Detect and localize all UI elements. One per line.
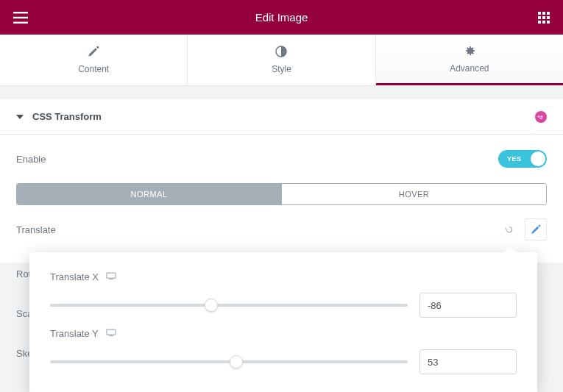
translate-y-label: Translate Y	[50, 328, 99, 339]
tab-advanced[interactable]: Advanced	[376, 35, 563, 85]
translate-row: Translate	[16, 218, 547, 240]
editor-tabs: Content Style Advanced	[0, 35, 563, 86]
svg-rect-5	[547, 12, 550, 15]
edit-translate-button[interactable]	[525, 218, 547, 240]
translate-x-input[interactable]	[419, 293, 517, 318]
tab-label: Content	[78, 64, 109, 74]
svg-rect-11	[547, 21, 550, 24]
app-title: Edit Image	[255, 11, 308, 24]
toggle-knob	[531, 152, 545, 166]
section-title: CSS Transform	[32, 111, 102, 122]
state-hover-button[interactable]: HOVER	[282, 184, 546, 204]
tab-content[interactable]: Content	[0, 35, 188, 85]
translate-y-row: Translate Y	[50, 328, 517, 374]
toggle-text: YES	[507, 155, 522, 163]
state-tabs-row: NORMAL HOVER	[16, 183, 547, 205]
popover-arrow	[503, 246, 517, 253]
svg-rect-2	[13, 21, 28, 23]
tab-label: Advanced	[450, 63, 489, 74]
translate-x-row: Translate X	[50, 271, 517, 318]
translate-y-input[interactable]	[419, 349, 517, 374]
translate-y-slider[interactable]	[50, 354, 408, 369]
enable-label: Enable	[16, 154, 46, 165]
state-segmented: NORMAL HOVER	[16, 183, 547, 205]
contrast-icon	[275, 46, 287, 60]
gear-icon	[464, 45, 475, 59]
svg-rect-0	[13, 12, 28, 13]
caret-down-icon	[16, 115, 24, 119]
translate-label: Translate	[16, 224, 56, 235]
translate-x-slider[interactable]	[50, 298, 408, 313]
translate-x-label: Translate X	[50, 271, 99, 282]
svg-rect-4	[542, 12, 545, 15]
enable-row: Enable YES	[16, 148, 547, 170]
svg-rect-17	[109, 335, 113, 336]
apps-grid-icon[interactable]	[538, 12, 550, 24]
svg-rect-9	[538, 21, 541, 24]
svg-rect-10	[542, 21, 545, 24]
svg-rect-1	[13, 16, 28, 18]
section-header[interactable]: CSS Transform	[0, 99, 563, 135]
svg-rect-7	[542, 16, 545, 19]
addon-badge-icon	[535, 111, 547, 123]
state-normal-button[interactable]: NORMAL	[17, 184, 282, 204]
menu-icon[interactable]	[13, 12, 28, 24]
desktop-icon[interactable]	[106, 271, 116, 282]
desktop-icon[interactable]	[106, 328, 116, 339]
tab-style[interactable]: Style	[188, 35, 375, 85]
svg-rect-16	[107, 329, 116, 335]
reset-button[interactable]	[498, 218, 520, 240]
section-panel: Enable YES NORMAL HOVER Translate	[0, 135, 563, 263]
slider-track	[50, 304, 408, 307]
enable-toggle[interactable]: YES	[498, 150, 547, 168]
svg-rect-3	[538, 12, 541, 15]
pencil-icon	[88, 46, 99, 60]
slider-thumb[interactable]	[230, 355, 243, 368]
tab-label: Style	[272, 64, 291, 74]
translate-popover: Translate X Translate Y	[29, 252, 537, 392]
slider-thumb[interactable]	[205, 299, 218, 312]
svg-rect-15	[109, 279, 113, 279]
svg-rect-14	[107, 273, 116, 278]
app-header: Edit Image	[0, 0, 563, 35]
svg-rect-8	[547, 16, 550, 19]
svg-rect-6	[538, 16, 541, 19]
